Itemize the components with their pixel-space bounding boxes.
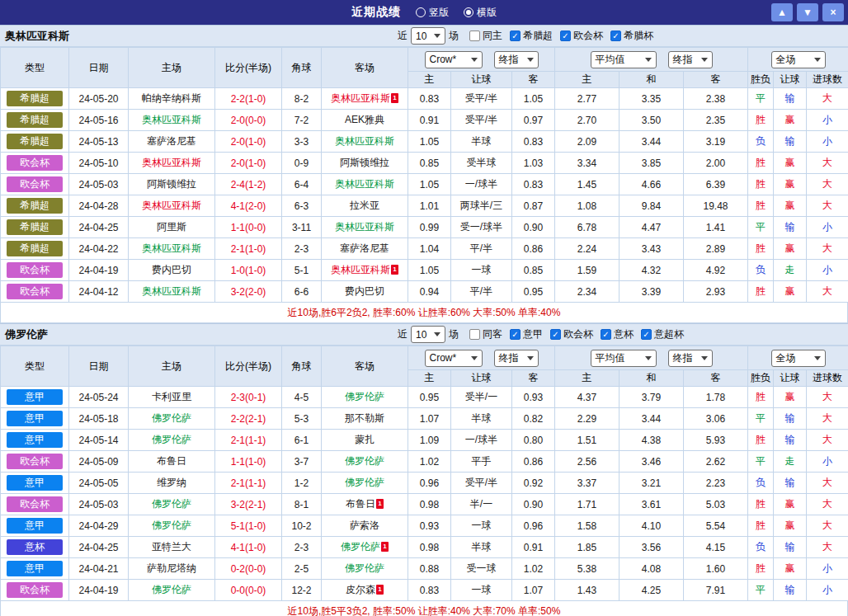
- final-index-select[interactable]: 终指: [668, 51, 713, 68]
- match-date: 24-05-13: [69, 131, 129, 153]
- filter-checkbox[interactable]: ✓希腊超: [510, 29, 553, 43]
- filter-checkbox[interactable]: ✓意超杯: [641, 327, 684, 341]
- euro-away-odds: 2.23: [684, 473, 748, 494]
- sub-column-header: 和: [620, 72, 684, 88]
- recent-count-select[interactable]: 10: [411, 326, 445, 343]
- match-date: 24-04-21: [69, 558, 129, 580]
- euro-draw-odds: 3.56: [620, 537, 684, 558]
- result-outcome: 负: [748, 260, 774, 281]
- close-button[interactable]: ×: [822, 3, 844, 21]
- average-select[interactable]: 平均值: [591, 350, 657, 367]
- checkbox-label: 希腊杯: [624, 29, 653, 43]
- euro-home-odds: 1.59: [555, 260, 620, 281]
- away-team-name: 布鲁日: [346, 498, 375, 510]
- euro-odds-group-header: 平均值终指: [555, 346, 748, 370]
- handicap-home-odds: 0.94: [408, 281, 451, 303]
- result-outcome: 平: [748, 408, 774, 430]
- league-badge: 希腊超: [7, 219, 63, 235]
- home-team-cell: 奥林匹亚科斯: [129, 195, 215, 217]
- away-team-name: 佛罗伦萨: [345, 391, 384, 402]
- match-score: 1-1(1-0): [215, 451, 282, 473]
- filter-checkbox[interactable]: ✓欧会杯: [560, 29, 603, 43]
- away-team-name: 那不勒斯: [345, 412, 384, 424]
- handicap-home-odds: 0.93: [408, 515, 451, 537]
- handicap-home-odds: 0.91: [408, 110, 451, 131]
- match-date: 24-04-25: [69, 537, 129, 558]
- result-handicap: 输: [774, 473, 807, 494]
- away-team-name: 阿斯顿维拉: [340, 157, 389, 168]
- filter-checkbox[interactable]: ✓意杯: [601, 327, 634, 341]
- scroll-down-button[interactable]: ▼: [797, 3, 818, 21]
- bookmaker-select[interactable]: Crow*: [425, 51, 483, 68]
- league-type-cell: 意甲: [1, 387, 69, 408]
- scope-select[interactable]: 全场: [771, 51, 826, 68]
- average-select[interactable]: 平均值: [591, 51, 657, 68]
- sub-column-header: 胜负: [748, 72, 774, 88]
- match-date: 24-04-19: [69, 260, 129, 281]
- euro-away-odds: 3.19: [684, 131, 748, 153]
- result-goals: 大: [807, 515, 848, 537]
- layout-radio-vertical[interactable]: 竖版: [416, 6, 449, 20]
- euro-home-odds: 2.29: [555, 408, 620, 430]
- handicap-line: 平/半: [451, 281, 512, 303]
- handicap-home-odds: 1.05: [408, 260, 451, 281]
- final-index-select[interactable]: 终指: [668, 350, 713, 367]
- away-team-cell: 皮尔森1: [322, 580, 408, 601]
- league-type-cell: 希腊超: [1, 110, 69, 131]
- filter-checkbox[interactable]: 同主: [469, 29, 502, 43]
- titlebar-center: 近期战绩 竖版 横版: [351, 5, 497, 20]
- sub-column-header: 客: [512, 370, 555, 387]
- league-badge: 意甲: [7, 411, 63, 426]
- column-header: 主场: [129, 48, 215, 88]
- away-team-cell: 奥林匹亚科斯: [322, 217, 408, 238]
- checkbox-icon: ✓: [601, 329, 611, 340]
- sub-column-header: 主: [555, 72, 620, 88]
- away-team-name: 奥林匹亚科斯: [335, 135, 394, 147]
- handicap-line: 半/一: [451, 494, 512, 515]
- final-index-select[interactable]: 终指: [494, 51, 539, 68]
- bookmaker-select[interactable]: Crow*: [425, 350, 483, 367]
- result-goals: 小: [807, 131, 848, 153]
- sub-column-header: 让球: [451, 370, 512, 387]
- away-team-cell: 奥林匹亚科斯: [322, 174, 408, 195]
- match-date: 24-05-09: [69, 451, 129, 473]
- filter-checkbox[interactable]: ✓希腊杯: [610, 29, 653, 43]
- away-team-cell: 蒙扎: [322, 430, 408, 451]
- match-date: 24-04-25: [69, 217, 129, 238]
- scope-select[interactable]: 全场: [771, 350, 826, 367]
- result-outcome: 平: [748, 88, 774, 110]
- home-team-cell: 阿斯顿维拉: [129, 174, 215, 195]
- match-score: 4-1(2-0): [215, 195, 282, 217]
- away-team-name: AEK雅典: [345, 114, 384, 125]
- euro-away-odds: 6.39: [684, 174, 748, 195]
- league-badge: 欧会杯: [7, 454, 63, 469]
- sub-column-header: 主: [408, 370, 451, 387]
- recent-count-select[interactable]: 10: [411, 27, 445, 45]
- scroll-up-button[interactable]: ▲: [771, 3, 793, 21]
- scope-select-wrap: 全场: [748, 51, 848, 68]
- home-team-cell: 费内巴切: [129, 260, 215, 281]
- corner-score: 7-2: [282, 110, 322, 131]
- result-outcome: 平: [748, 580, 774, 601]
- handicap-away-odds: 0.90: [512, 217, 555, 238]
- league-type-cell: 希腊超: [1, 238, 69, 260]
- corner-score: 3-11: [282, 217, 322, 238]
- checkbox-icon: ✓: [641, 329, 652, 340]
- final-index-select[interactable]: 终指: [494, 350, 539, 367]
- radio-horizontal-label: 横版: [477, 6, 497, 20]
- handicap-away-odds: 0.85: [512, 260, 555, 281]
- filter-checkbox[interactable]: 同客: [469, 327, 502, 341]
- handicap-away-odds: 0.90: [512, 494, 555, 515]
- filter-checkbox[interactable]: ✓意甲: [510, 327, 543, 341]
- home-team-cell: 奥林匹亚科斯: [129, 110, 215, 131]
- checkbox-label: 希腊超: [523, 29, 553, 43]
- result-group-header: 全场: [748, 48, 848, 72]
- layout-radio-horizontal[interactable]: 横版: [464, 6, 497, 20]
- away-team-cell: 奥林匹亚科斯1: [322, 260, 408, 281]
- league-type-cell: 希腊超: [1, 131, 69, 153]
- filter-checkbox[interactable]: ✓欧会杯: [550, 327, 593, 341]
- checkbox-label: 欧会杯: [573, 29, 603, 43]
- euro-home-odds: 1.45: [555, 174, 620, 195]
- euro-away-odds: 4.15: [684, 537, 748, 558]
- result-goals: 大: [807, 281, 848, 303]
